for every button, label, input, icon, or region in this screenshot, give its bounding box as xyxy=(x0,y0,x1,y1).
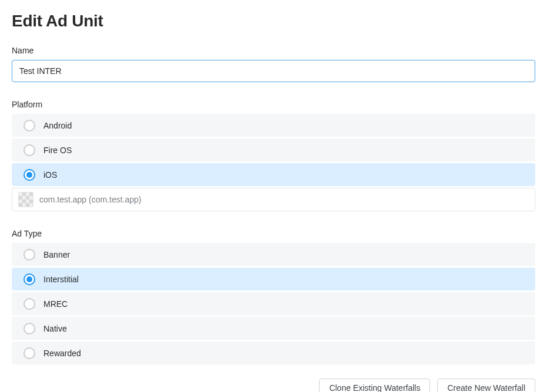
radio-icon xyxy=(24,144,35,156)
platform-option-ios[interactable]: iOS xyxy=(12,163,535,186)
app-name: com.test.app (com.test.app) xyxy=(39,195,142,204)
clone-waterfalls-button[interactable]: Clone Existing Waterfalls xyxy=(319,379,430,392)
adtype-radio-group: Banner Interstitial MREC Native Rewarded xyxy=(12,243,535,364)
create-waterfall-button[interactable]: Create New Waterfall xyxy=(437,379,535,392)
radio-label: Rewarded xyxy=(43,349,81,358)
radio-icon xyxy=(24,169,35,181)
radio-icon xyxy=(24,298,35,310)
radio-label: iOS xyxy=(43,170,57,180)
radio-label: Native xyxy=(43,324,67,333)
platform-option-fireos[interactable]: Fire OS xyxy=(12,138,535,161)
button-row: Clone Existing Waterfalls Create New Wat… xyxy=(12,379,535,392)
adtype-option-interstitial[interactable]: Interstitial xyxy=(12,268,535,290)
page-title: Edit Ad Unit xyxy=(12,12,535,31)
radio-label: Android xyxy=(43,121,72,130)
radio-icon xyxy=(24,323,35,334)
radio-label: Interstitial xyxy=(43,275,79,284)
radio-label: MREC xyxy=(43,299,68,309)
adtype-option-banner[interactable]: Banner xyxy=(12,243,535,266)
radio-icon xyxy=(24,249,35,261)
radio-label: Fire OS xyxy=(43,146,72,155)
name-label: Name xyxy=(12,46,535,55)
radio-label: Banner xyxy=(43,250,70,259)
radio-icon xyxy=(24,273,35,285)
radio-icon xyxy=(24,347,35,359)
platform-radio-group: Android Fire OS iOS xyxy=(12,114,535,186)
name-input[interactable] xyxy=(12,60,535,82)
adtype-option-native[interactable]: Native xyxy=(12,317,535,340)
radio-icon xyxy=(24,120,35,131)
adtype-option-rewarded[interactable]: Rewarded xyxy=(12,342,535,364)
platform-app-row[interactable]: com.test.app (com.test.app) xyxy=(12,188,535,211)
adtype-label: Ad Type xyxy=(12,229,535,238)
platform-label: Platform xyxy=(12,100,535,109)
platform-option-android[interactable]: Android xyxy=(12,114,535,137)
app-icon xyxy=(18,192,33,207)
adtype-option-mrec[interactable]: MREC xyxy=(12,292,535,315)
